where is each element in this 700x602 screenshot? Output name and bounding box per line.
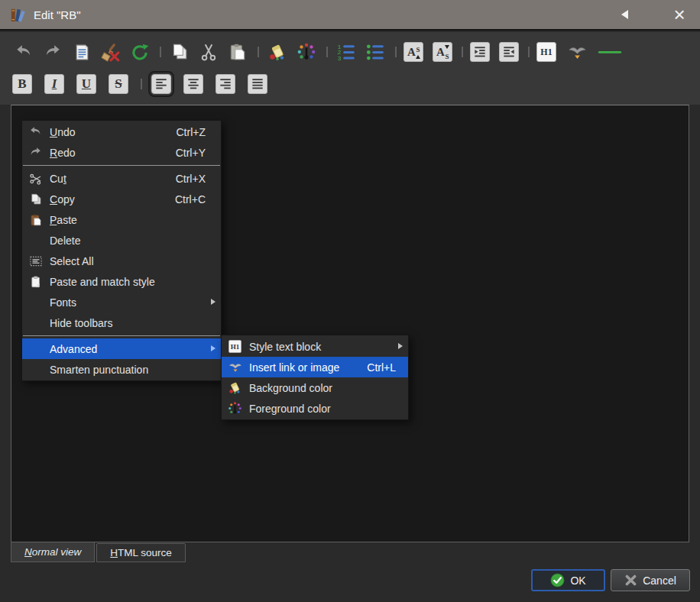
menu-separator [23, 335, 220, 336]
document-text-button[interactable] [70, 40, 93, 63]
toolbar-area: 123 AS AS H1 B I U S [0, 32, 700, 105]
menu-item-copy[interactable]: Copy Ctrl+C [22, 189, 221, 209]
align-left-button[interactable] [151, 74, 171, 94]
menu-item-fonts[interactable]: Fonts [22, 292, 221, 312]
horizontal-rule-button[interactable] [595, 40, 625, 63]
menu-item-select-all[interactable]: Select All [22, 251, 221, 271]
cut-icon [199, 42, 219, 62]
menu-item-smarten-punctuation[interactable]: Smarten punctuation [22, 359, 221, 380]
bold-button[interactable]: B [12, 74, 32, 94]
menu-item-undo[interactable]: Undo Ctrl+Z [22, 121, 221, 142]
align-center-icon [186, 76, 201, 92]
submenu-arrow-icon [211, 345, 216, 351]
dialog-buttons: OK Cancel [531, 569, 690, 591]
cut-icon [28, 171, 44, 186]
toolbar-separator [326, 47, 328, 57]
advanced-submenu: H1 Style text block Insert link or image… [221, 335, 409, 420]
submenu-item-background-color[interactable]: Background color [222, 377, 408, 398]
cancel-x-icon [624, 574, 637, 587]
back-button[interactable] [613, 3, 636, 26]
strikethrough-button[interactable]: S [109, 74, 128, 94]
paste-icon [28, 212, 44, 227]
align-left-icon [154, 76, 169, 92]
menu-item-cut[interactable]: Cut Ctrl+X [22, 168, 221, 189]
indent-less-icon [501, 44, 517, 60]
superscript-button[interactable]: AS [403, 42, 423, 62]
paste-button[interactable] [226, 40, 249, 63]
foreground-color-button[interactable] [295, 40, 318, 63]
ordered-list-icon: 123 [336, 42, 356, 62]
submenu-arrow-icon [211, 299, 216, 305]
insert-link-button[interactable] [566, 40, 588, 63]
shortcut-label: Ctrl+X [176, 173, 213, 185]
align-center-button[interactable] [183, 74, 203, 94]
shortcut-label: Ctrl+C [175, 193, 213, 206]
style-text-block-icon: H1 [540, 47, 552, 58]
clear-formatting-button[interactable] [99, 40, 122, 63]
app-books-icon [9, 5, 28, 24]
ok-check-icon [550, 573, 565, 587]
strikethrough-icon: S [115, 76, 122, 92]
cut-button[interactable] [197, 40, 220, 63]
tab-html-source[interactable]: HTML source [96, 543, 186, 562]
menu-item-advanced[interactable]: Advanced [22, 338, 221, 359]
menu-item-hide-toolbars[interactable]: Hide toolbars [22, 312, 221, 333]
horizontal-rule-icon [595, 42, 624, 62]
align-justify-button[interactable] [248, 74, 267, 94]
tab-normal-view[interactable]: Normal view [11, 542, 95, 562]
toolbar-separator [258, 47, 259, 57]
background-color-button[interactable] [266, 40, 289, 63]
align-justify-icon [250, 76, 265, 92]
copy-icon [170, 42, 190, 62]
menu-item-paste[interactable]: Paste [22, 209, 221, 230]
submenu-item-foreground-color[interactable]: Foreground color [222, 398, 408, 419]
copy-button[interactable] [168, 40, 191, 63]
unordered-list-button[interactable] [364, 40, 387, 63]
ok-button[interactable]: OK [531, 569, 605, 591]
toolbar-format: B I U S [0, 69, 700, 99]
undo-button[interactable] [12, 40, 35, 63]
align-right-button[interactable] [216, 74, 235, 94]
smarten-punctuation-button[interactable] [128, 40, 151, 63]
edit-context-menu: Undo Ctrl+Z Redo Ctrl+Y Cut Ctrl+X Copy … [21, 120, 222, 381]
menu-item-delete[interactable]: Delete [22, 230, 221, 251]
menu-separator [23, 165, 220, 166]
indent-less-button[interactable] [499, 42, 519, 62]
redo-button[interactable] [41, 40, 64, 63]
underline-button[interactable]: U [76, 74, 96, 94]
toolbar-separator [528, 47, 530, 57]
submenu-item-insert-link-or-image[interactable]: Insert link or image Ctrl+L [222, 357, 408, 377]
close-button[interactable]: × [668, 5, 691, 24]
submenu-item-style-text-block[interactable]: H1 Style text block [222, 336, 408, 357]
subscript-button[interactable]: AS [433, 42, 452, 62]
unordered-list-icon [365, 42, 385, 62]
insert-link-icon [227, 360, 243, 374]
toolbar-separator [141, 79, 142, 89]
background-color-icon [227, 380, 243, 395]
style-text-block-button[interactable]: H1 [536, 42, 556, 62]
svg-text:3: 3 [338, 55, 342, 62]
redo-icon [28, 145, 44, 160]
shortcut-label: Ctrl+L [367, 361, 400, 374]
cancel-button[interactable]: Cancel [611, 569, 690, 591]
window-title: Edit "RB" [34, 8, 81, 21]
italic-button[interactable]: I [44, 74, 64, 94]
insert-link-icon [567, 42, 588, 63]
italic-icon: I [52, 76, 57, 92]
bold-icon: B [18, 76, 26, 92]
foreground-color-icon [227, 401, 243, 416]
menu-item-redo[interactable]: Redo Ctrl+Y [22, 142, 221, 163]
style-text-block-icon: H1 [228, 340, 241, 353]
undo-icon [28, 125, 44, 139]
background-color-icon [267, 42, 287, 62]
titlebar: Edit "RB" × [0, 0, 700, 31]
copy-icon [28, 192, 44, 206]
ordered-list-button[interactable]: 123 [335, 40, 358, 63]
indent-more-button[interactable] [470, 42, 490, 62]
select-all-icon [28, 254, 44, 268]
indent-more-icon [472, 44, 488, 60]
menu-item-paste-and-match-style[interactable]: Paste and match style [22, 271, 221, 292]
redo-icon [43, 42, 63, 62]
view-tabs: Normal view HTML source [11, 542, 186, 562]
document-text-icon [73, 43, 92, 62]
